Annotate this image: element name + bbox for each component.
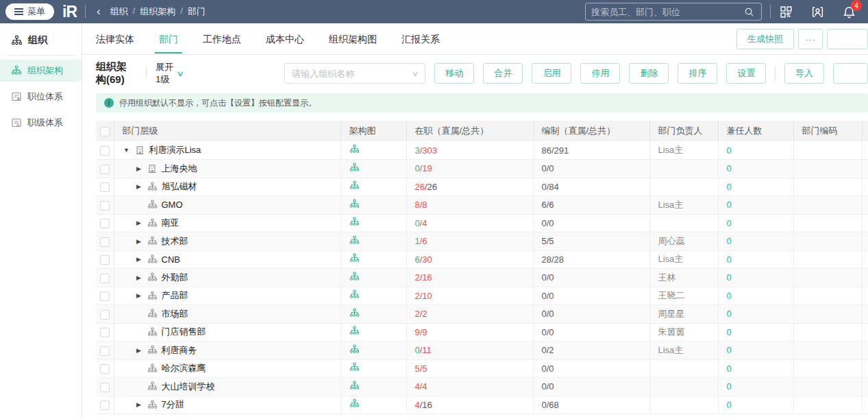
expand-toggle-icon[interactable]: ▶	[135, 165, 143, 172]
tab-reporting[interactable]: 汇报关系	[401, 25, 440, 53]
row-checkbox[interactable]	[100, 165, 110, 174]
expand-toggle-icon[interactable]: ▼	[123, 147, 131, 154]
department-icon	[147, 218, 158, 228]
tab-department[interactable]: 部门	[159, 25, 178, 53]
more-actions-button[interactable]: ···	[798, 29, 823, 49]
org-chart-icon[interactable]	[349, 272, 360, 282]
sidebar-item-org-structure[interactable]: 组织架构	[0, 60, 82, 82]
org-name[interactable]: 外勤部	[162, 272, 188, 284]
org-chart-icon[interactable]	[349, 253, 360, 263]
row-checkbox[interactable]	[100, 346, 110, 356]
row-checkbox[interactable]	[100, 400, 110, 410]
breadcrumb-item-org[interactable]: 组织	[110, 5, 128, 18]
row-checkbox[interactable]	[100, 274, 110, 283]
org-table: 部门层级 架构图 在职（直属/总共） 编制（直属/总共） 部门负责人 兼任人数 …	[96, 121, 868, 414]
breadcrumb-separator: /	[180, 5, 183, 18]
row-checkbox[interactable]	[100, 364, 110, 374]
org-name[interactable]: 市场部	[162, 308, 188, 320]
org-chart-icon[interactable]	[349, 217, 360, 227]
org-chart-icon[interactable]	[349, 362, 360, 372]
org-chart-icon[interactable]	[349, 163, 360, 173]
qr-code-icon[interactable]	[779, 5, 793, 19]
row-checkbox[interactable]	[100, 201, 110, 211]
org-name[interactable]: 上海央地	[162, 163, 197, 175]
move-button[interactable]: 移动	[434, 63, 474, 84]
expand-toggle-icon[interactable]: ▶	[135, 183, 143, 190]
notifications-bell-icon[interactable]: 4	[842, 5, 856, 19]
settings-button[interactable]: 设置	[726, 63, 766, 84]
org-name[interactable]: 产品部	[162, 289, 188, 302]
expand-toggle-icon[interactable]: ▶	[135, 219, 143, 226]
breadcrumb-item-structure[interactable]: 组织架构	[140, 5, 175, 18]
back-button[interactable]: ‹	[97, 5, 101, 19]
row-checkbox[interactable]	[100, 255, 110, 265]
expand-toggle-icon[interactable]: ▶	[135, 256, 143, 263]
org-chart-icon[interactable]	[349, 289, 360, 300]
global-search-input[interactable]	[591, 7, 742, 17]
org-name[interactable]: GMO	[162, 200, 183, 210]
tab-work-location[interactable]: 工作地点	[203, 25, 241, 53]
row-checkbox[interactable]	[100, 328, 110, 337]
dept-code	[793, 359, 862, 378]
org-name[interactable]: 哈尔滨森鹰	[162, 362, 206, 374]
org-chart-icon[interactable]	[349, 144, 360, 154]
contacts-icon[interactable]	[810, 5, 824, 19]
org-chart-icon[interactable]	[349, 381, 360, 391]
org-name[interactable]: 技术部	[162, 235, 188, 248]
org-chart-icon[interactable]	[349, 308, 360, 318]
org-name[interactable]: 利唐商务	[162, 344, 197, 357]
org-chart-icon[interactable]	[349, 344, 360, 355]
tab-legal-entity[interactable]: 法律实体	[96, 25, 134, 53]
expand-toggle-icon[interactable]: ▶	[135, 401, 143, 408]
clipped-toolbar-button[interactable]	[833, 63, 868, 84]
table-row: ▶技术部1/65/5周心蕊0	[96, 232, 868, 251]
delete-button[interactable]: 删除	[629, 63, 669, 84]
row-checkbox[interactable]	[100, 182, 110, 192]
org-name-select[interactable]: ∨	[284, 63, 425, 84]
tab-org-chart[interactable]: 组织架构图	[329, 25, 377, 53]
org-chart-icon[interactable]	[349, 235, 360, 246]
expand-toggle-icon[interactable]: ▶	[135, 274, 143, 281]
row-checkbox[interactable]	[100, 219, 110, 228]
breadcrumb-item-department[interactable]: 部门	[188, 5, 206, 18]
org-name[interactable]: 利唐演示Lisa	[149, 144, 201, 156]
sidebar-item-position-system[interactable]: 职位体系	[0, 86, 82, 108]
row-checkbox[interactable]	[100, 146, 110, 156]
org-name-input[interactable]	[292, 69, 412, 79]
expand-level-dropdown[interactable]: 展开1级 ∨	[156, 61, 183, 86]
tab-cost-center[interactable]: 成本中心	[266, 25, 304, 53]
org-chart-icon[interactable]	[349, 398, 360, 409]
org-name[interactable]: CNB	[162, 254, 180, 265]
enable-button[interactable]: 启用	[532, 63, 571, 84]
generate-snapshot-button[interactable]: 生成快照	[736, 29, 794, 49]
table-row: 大山培训学校4/40/00	[96, 378, 868, 396]
import-button[interactable]: 导入	[784, 63, 824, 84]
expand-toggle-icon[interactable]: ▶	[135, 292, 143, 299]
sidebar-item-grade-system[interactable]: 职级体系	[0, 112, 82, 134]
col-header-concurrent: 兼任人数	[718, 121, 793, 141]
select-all-checkbox[interactable]	[100, 127, 110, 136]
row-checkbox[interactable]	[100, 291, 110, 301]
disable-button[interactable]: 停用	[580, 63, 620, 84]
sidebar-item-label: 组织架构	[27, 64, 63, 77]
org-chart-icon[interactable]	[349, 180, 360, 191]
global-search[interactable]	[585, 3, 762, 21]
row-checkbox[interactable]	[100, 310, 110, 320]
menu-button[interactable]: 菜单	[5, 3, 54, 20]
org-chart-icon[interactable]	[349, 199, 360, 209]
row-checkbox[interactable]	[100, 383, 110, 392]
row-checkbox[interactable]	[100, 237, 110, 247]
expand-toggle-icon[interactable]: ▶	[135, 347, 143, 354]
search-icon[interactable]	[742, 5, 756, 19]
merge-button[interactable]: 合并	[483, 63, 523, 84]
expand-toggle-icon[interactable]: ▶	[135, 238, 143, 245]
clipped-cell	[862, 196, 868, 215]
clipped-action-button[interactable]	[827, 29, 868, 49]
org-name[interactable]: 旭弘磁材	[162, 180, 197, 193]
org-name[interactable]: 7分甜	[162, 398, 184, 411]
org-name[interactable]: 门店销售部	[162, 326, 206, 338]
org-chart-icon[interactable]	[349, 326, 360, 336]
sort-button[interactable]: 排序	[678, 63, 717, 84]
org-name[interactable]: 大山培训学校	[162, 381, 215, 393]
org-name[interactable]: 南亚	[162, 217, 179, 229]
